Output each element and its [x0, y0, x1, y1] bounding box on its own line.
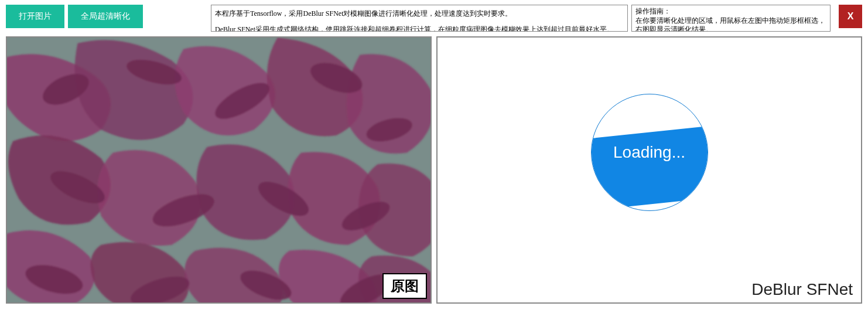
description-line1: 本程序基于Tensorflow，采用DeBlur SFNet对模糊图像进行清晰化… — [215, 9, 512, 18]
result-panel: Loading... DeBlur SFNet — [436, 36, 862, 304]
microscope-image — [7, 38, 430, 302]
guide-line2: 右图即显示清晰化结果。 — [635, 25, 713, 32]
description-line2: DeBlur SFNet采用生成式网络结构，使用跳跃连接和超细卷积进行计算，在细… — [215, 23, 624, 32]
content-area: 原图 Loading... DeBlur SFNet — [0, 34, 868, 309]
loading-indicator: Loading... — [591, 94, 708, 211]
guide-line1: 在你要清晰化处理的区域，用鼠标在左图中拖动矩形框框选， — [635, 16, 825, 25]
source-image-panel[interactable]: 原图 — [6, 36, 432, 304]
guide-panel: 操作指南： 在你要清晰化处理的区域，用鼠标在左图中拖动矩形框框选， 右图即显示清… — [631, 5, 831, 32]
guide-title: 操作指南： — [635, 7, 671, 15]
global-sharpen-button[interactable]: 全局超清晰化 — [68, 5, 143, 28]
brand-label: DeBlur SFNet — [751, 280, 853, 299]
loading-text: Loading... — [613, 143, 685, 162]
description-panel: 本程序基于Tensorflow，采用DeBlur SFNet对模糊图像进行清晰化… — [211, 5, 628, 32]
source-label: 原图 — [382, 273, 427, 299]
open-image-button[interactable]: 打开图片 — [6, 5, 64, 28]
loading-fill — [592, 126, 708, 210]
close-button[interactable]: X — [839, 5, 862, 28]
toolbar: 打开图片 全局超清晰化 本程序基于Tensorflow，采用DeBlur SFN… — [0, 0, 868, 34]
